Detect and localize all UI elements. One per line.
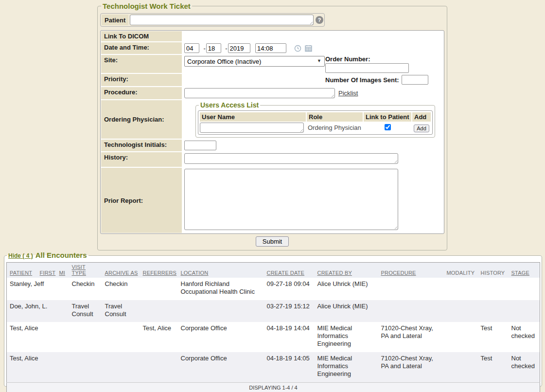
column-header-first[interactable]: FIRST	[37, 263, 56, 278]
ticket-section-title: Technologist Work Ticket	[101, 2, 192, 10]
tech-initials-input[interactable]	[184, 141, 216, 150]
column-header-location[interactable]: LOCATION	[178, 263, 264, 278]
cell-history: Test	[478, 322, 509, 352]
tech-initials-value	[183, 140, 443, 151]
cell-first	[37, 352, 56, 382]
form-row-prior-report: Prior Report:	[101, 168, 443, 233]
history-textarea[interactable]	[184, 153, 398, 164]
column-header-archive-as[interactable]: ARCHIVE AS	[102, 263, 140, 278]
cell-procedure: 71020-Chest Xray, PA and Lateral	[378, 352, 444, 382]
date-month-input[interactable]	[184, 43, 199, 53]
column-header-created-by[interactable]: CREATED BY	[315, 263, 378, 278]
patient-label: Patient	[102, 15, 128, 25]
calendar-icon[interactable]	[305, 45, 312, 52]
form-row-date-time: Date and Time: - -	[101, 42, 443, 54]
column-header-patient[interactable]: PATIENT	[7, 263, 37, 278]
order-number-label: Order Number:	[325, 55, 409, 63]
sort-link-referrers[interactable]: REFERRERS	[143, 270, 177, 276]
column-header-visit-type[interactable]: VISIT TYPE	[69, 263, 102, 278]
encounter-row[interactable]: Test, AliceCorporate Office04-18-19 14:0…	[7, 352, 540, 382]
submit-button[interactable]: Submit	[256, 236, 289, 247]
sort-link-location[interactable]: LOCATION	[181, 270, 209, 276]
column-header-create-date[interactable]: CREATE DATE	[264, 263, 315, 278]
cell-referrers	[140, 300, 178, 322]
date-year-input[interactable]	[228, 43, 250, 53]
cell-location	[178, 300, 264, 322]
images-sent-input[interactable]	[402, 75, 428, 85]
encounters-footer-row: DISPLAYING 1-4 / 4	[7, 382, 540, 392]
column-header-stage[interactable]: STAGE	[509, 263, 540, 278]
procedure-input-wrap	[184, 88, 335, 98]
prior-report-value	[183, 168, 443, 233]
patient-box: Patient ?	[100, 13, 325, 27]
user-name-cell	[200, 123, 306, 133]
sort-link-mi[interactable]: MI	[59, 270, 66, 276]
cell-procedure	[378, 300, 444, 322]
cell-create-date: 04-18-19 14:05	[264, 352, 315, 382]
site-value: Corporate Office (Inactive) ▼ Order Numb…	[183, 55, 443, 73]
site-select[interactable]: Corporate Office (Inactive)	[184, 56, 325, 67]
link-to-dicom-value	[183, 31, 443, 41]
encounters-legend: Hide ( 4 )All Encounters	[7, 251, 88, 260]
sort-link-procedure[interactable]: PROCEDURE	[381, 270, 416, 276]
cell-created-by: MIE Medical Informatics Engineering	[315, 352, 378, 382]
column-header-mi[interactable]: MI	[56, 263, 69, 278]
technologist-work-ticket-section: Technologist Work Ticket Patient ? Link …	[97, 2, 447, 250]
encounter-row[interactable]: Doe, John, L.Travel ConsultTravel Consul…	[7, 300, 540, 322]
cell-patient: Stanley, Jeff	[7, 278, 37, 300]
date-separator: -	[225, 45, 227, 52]
cell-created-by: Alice Uhrick (MIE)	[315, 278, 378, 300]
encounters-title: All Encounters	[35, 251, 87, 259]
order-number-block: Order Number:	[325, 55, 409, 73]
prior-report-textarea[interactable]	[184, 169, 398, 230]
sort-link-archive-as[interactable]: ARCHIVE AS	[105, 270, 138, 276]
form-row-procedure: Procedure: Picklist	[101, 87, 443, 99]
images-sent-block: Number Of Images Sent:	[325, 75, 428, 85]
ordering-physician-label: Ordering Physician:	[101, 100, 182, 139]
picklist-link[interactable]: Picklist	[338, 89, 358, 97]
user-name-input[interactable]	[200, 123, 304, 133]
prior-report-input-wrap	[184, 169, 398, 230]
cell-mi	[56, 300, 69, 322]
ordering-physician-value: Users Access List User Name Role Link to…	[183, 100, 443, 139]
cell-stage	[509, 300, 540, 322]
column-header-procedure[interactable]: PROCEDURE	[378, 263, 444, 278]
cell-create-date: 09-27-18 09:04	[264, 278, 315, 300]
order-number-input[interactable]	[325, 63, 409, 73]
encounter-row[interactable]: Stanley, JeffCheckinCheckinHanford Richl…	[7, 278, 540, 300]
sort-link-stage[interactable]: STAGE	[511, 270, 529, 276]
history-label: History:	[101, 152, 182, 167]
date-day-input[interactable]	[206, 43, 221, 53]
column-header-referrers[interactable]: REFERRERS	[140, 263, 178, 278]
sort-link-created-by[interactable]: CREATED BY	[317, 270, 352, 276]
sort-link-visit-type[interactable]: VISIT TYPE	[72, 264, 87, 276]
sort-link-patient[interactable]: PATIENT	[10, 270, 32, 276]
add-user-button[interactable]: Add	[414, 125, 429, 132]
cell-create-date: 03-27-19 15:12	[264, 300, 315, 322]
encounter-row[interactable]: Test, AliceTest, AliceCorporate Office04…	[7, 322, 540, 352]
priority-label: Priority:	[101, 74, 182, 86]
cell-history	[478, 278, 509, 300]
cell-archive-as	[102, 352, 140, 382]
help-icon[interactable]: ?	[316, 16, 323, 24]
hide-encounters-link[interactable]: Hide ( 4 )	[8, 252, 33, 259]
sort-link-create-date[interactable]: CREATE DATE	[267, 270, 305, 276]
link-to-patient-cell	[364, 124, 411, 132]
prior-report-label: Prior Report:	[101, 168, 182, 233]
cell-mi	[56, 278, 69, 300]
time-input[interactable]	[255, 43, 286, 53]
link-to-dicom-label: Link To DICOM	[101, 31, 182, 41]
role-value: Ordering Physician	[307, 124, 363, 132]
clock-icon[interactable]	[294, 45, 301, 52]
form-row-tech-initials: Technologist Initials:	[101, 140, 443, 151]
cell-referrers	[140, 352, 178, 382]
sort-link-first[interactable]: FIRST	[40, 270, 56, 276]
patient-input[interactable]	[130, 15, 314, 25]
procedure-input[interactable]	[184, 88, 335, 98]
cell-patient: Test, Alice	[7, 352, 37, 382]
column-header-history: HISTORY	[478, 263, 509, 278]
cell-visit-type: Travel Consult	[69, 300, 102, 322]
link-to-patient-checkbox[interactable]	[385, 124, 391, 130]
cell-visit-type: Checkin	[69, 278, 102, 300]
users-access-list-box: User Name Role Link to Patient Add Order…	[198, 110, 433, 135]
